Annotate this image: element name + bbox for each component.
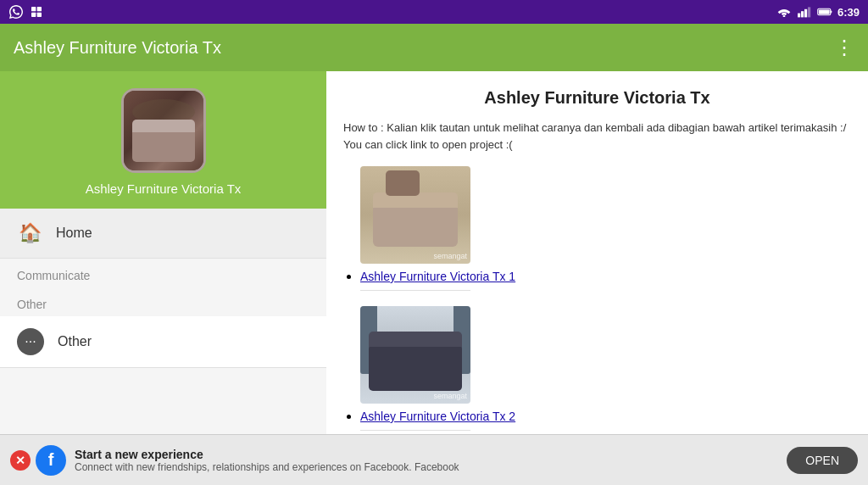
- open-button[interactable]: OPEN: [787, 447, 858, 474]
- facebook-icon: f: [36, 445, 66, 476]
- svg-rect-1: [37, 7, 42, 11]
- sidebar: Ashley Furniture Victoria Tx 🏠 Home Comm…: [0, 71, 326, 485]
- svg-rect-8: [808, 7, 810, 17]
- banner: ✕ f Start a new experience Connect with …: [0, 434, 868, 485]
- svg-point-4: [783, 15, 786, 17]
- app-toolbar: Ashley Furniture Victoria Tx ⋮: [0, 24, 868, 71]
- more-options-button[interactable]: ⋮: [834, 36, 854, 59]
- close-icon[interactable]: ✕: [10, 450, 31, 471]
- home-icon: 🏠: [17, 220, 42, 246]
- list-item: semangat Ashley Furniture Victoria Tx 2: [360, 306, 851, 431]
- furniture-image-2: semangat: [360, 306, 470, 404]
- wifi-icon: [776, 4, 792, 20]
- svg-rect-10: [831, 11, 832, 14]
- main-layout: Ashley Furniture Victoria Tx 🏠 Home Comm…: [0, 71, 868, 485]
- clock-time: 6:39: [837, 6, 860, 19]
- svg-rect-7: [804, 9, 807, 18]
- sidebar-profile: Ashley Furniture Victoria Tx: [0, 71, 326, 209]
- svg-rect-11: [819, 9, 830, 14]
- svg-rect-0: [31, 7, 36, 11]
- communicate-section-label: Communicate: [0, 259, 326, 287]
- profile-name: Ashley Furniture Victoria Tx: [86, 181, 242, 196]
- divider-1: [360, 290, 470, 291]
- sidebar-item-home[interactable]: 🏠 Home: [0, 209, 326, 259]
- content-area: Ashley Furniture Victoria Tx How to : Ka…: [326, 71, 868, 485]
- watermark-1: semangat: [433, 252, 467, 260]
- watermark-2: semangat: [433, 392, 467, 400]
- status-bar-left: [8, 4, 44, 20]
- other-icon: ···: [17, 328, 44, 355]
- content-title: Ashley Furniture Victoria Tx: [343, 88, 851, 108]
- other-section-label: Other: [0, 287, 326, 316]
- banner-title: Start a new experience: [75, 448, 778, 461]
- sidebar-item-other[interactable]: ··· Other: [0, 316, 326, 368]
- home-label: Home: [56, 226, 92, 241]
- app-title: Ashley Furniture Victoria Tx: [14, 38, 221, 58]
- other-label: Other: [58, 334, 92, 349]
- svg-rect-3: [37, 13, 42, 17]
- status-bar-right: 6:39: [776, 4, 860, 20]
- signal-icon: [797, 4, 812, 20]
- svg-rect-6: [801, 11, 804, 17]
- content-list: semangat Ashley Furniture Victoria Tx 1 …: [343, 166, 851, 431]
- app-shortcut-icon: [29, 4, 44, 20]
- status-bar: 6:39: [0, 0, 868, 24]
- divider-2: [360, 430, 470, 431]
- furniture-link-2[interactable]: Ashley Furniture Victoria Tx 2: [360, 410, 851, 423]
- banner-text: Start a new experience Connect with new …: [75, 448, 778, 473]
- list-item: semangat Ashley Furniture Victoria Tx 1: [360, 166, 851, 291]
- content-description: How to : Kalian klik tautan untuk meliha…: [343, 120, 851, 153]
- furniture-image-1: semangat: [360, 166, 470, 264]
- furniture-link-1[interactable]: Ashley Furniture Victoria Tx 1: [360, 270, 851, 283]
- battery-icon: [817, 4, 832, 20]
- svg-rect-5: [798, 14, 800, 18]
- banner-subtitle: Connect with new friendships, relationsh…: [75, 461, 778, 473]
- svg-rect-2: [31, 13, 36, 17]
- avatar: [121, 88, 206, 173]
- whatsapp-icon: [8, 4, 24, 20]
